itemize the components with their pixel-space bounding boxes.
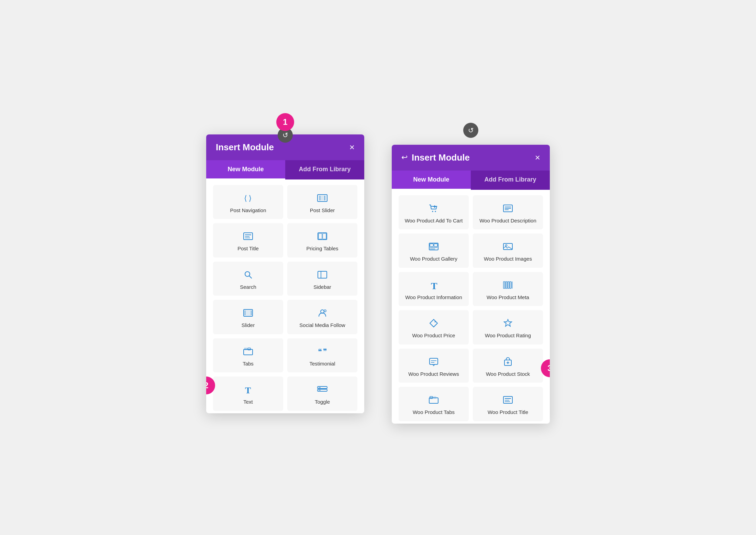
svg-rect-9	[318, 233, 327, 240]
woo-product-stock-icon	[503, 356, 512, 367]
right-modal-title: Insert Module	[412, 152, 470, 163]
svg-rect-62	[430, 358, 438, 364]
right-module-grid: Woo Product Add To Cart Woo Product Desc…	[399, 195, 543, 424]
woo-product-meta-label: Woo Product Meta	[487, 294, 529, 301]
woo-product-description-icon	[503, 203, 513, 214]
woo-product-gallery-label: Woo Product Gallery	[410, 255, 457, 262]
right-tab-new-module[interactable]: New Module	[392, 171, 471, 190]
module-slider[interactable]: Slider	[213, 300, 283, 334]
module-post-slider[interactable]: Post Slider	[287, 185, 357, 219]
tabs-label: Tabs	[243, 360, 254, 367]
svg-rect-56	[505, 282, 507, 288]
module-toggle[interactable]: Toggle	[287, 376, 357, 411]
svg-rect-11	[323, 233, 326, 239]
svg-text:T: T	[431, 281, 437, 290]
woo-product-gallery-icon	[429, 241, 438, 252]
svg-rect-57	[508, 282, 509, 288]
post-slider-label: Post Slider	[310, 207, 335, 214]
svg-marker-61	[504, 319, 512, 326]
social-media-follow-label: Social Media Follow	[299, 322, 345, 329]
back-button[interactable]: ↩	[401, 153, 408, 162]
right-modal-body: Woo Product Add To Cart Woo Product Desc…	[392, 190, 550, 424]
module-post-navigation[interactable]: ⟨⟩ Post Navigation	[213, 185, 283, 219]
svg-point-39	[432, 211, 433, 212]
svg-text:❝: ❝	[318, 347, 322, 356]
module-woo-product-stock[interactable]: Woo Product Stock	[473, 349, 543, 383]
module-tabs[interactable]: Tabs	[213, 338, 283, 373]
svg-rect-49	[434, 244, 437, 247]
svg-rect-70	[433, 396, 436, 398]
left-tab-new-module[interactable]: New Module	[206, 160, 285, 179]
module-woo-product-gallery[interactable]: Woo Product Gallery	[399, 233, 469, 268]
woo-product-title-label: Woo Product Title	[488, 409, 528, 416]
module-testimonial[interactable]: ❝ ❞ Testimonial	[287, 338, 357, 373]
left-tab-library[interactable]: Add From Library	[285, 160, 364, 179]
module-post-title[interactable]: Post Title	[213, 223, 283, 258]
module-woo-product-tabs[interactable]: Woo Product Tabs	[399, 387, 469, 421]
svg-line-13	[249, 276, 252, 278]
pricing-tables-label: Pricing Tables	[306, 245, 338, 252]
woo-product-information-label: Woo Product Information	[405, 294, 462, 301]
module-search[interactable]: Search	[213, 262, 283, 296]
module-woo-product-information[interactable]: T Woo Product Information	[399, 272, 469, 306]
module-text[interactable]: T Text	[213, 376, 283, 411]
svg-text:⟨⟩: ⟨⟩	[243, 194, 253, 203]
svg-point-40	[435, 211, 436, 212]
post-navigation-icon: ⟨⟩	[243, 193, 253, 204]
module-woo-add-to-cart[interactable]: Woo Product Add To Cart	[399, 195, 469, 230]
tabs-icon	[243, 346, 253, 357]
module-pricing-tables[interactable]: Pricing Tables	[287, 223, 357, 258]
testimonial-icon: ❝ ❞	[318, 346, 327, 357]
woo-product-price-label: Woo Product Price	[412, 332, 455, 339]
module-social-media-follow[interactable]: Social Media Follow	[287, 300, 357, 334]
svg-text:T: T	[245, 385, 251, 394]
module-woo-product-meta[interactable]: Woo Product Meta	[473, 272, 543, 306]
post-slider-icon	[317, 193, 327, 204]
right-modal-close[interactable]: ×	[535, 153, 540, 162]
module-woo-product-images[interactable]: Woo Product Images	[473, 233, 543, 268]
right-tab-library[interactable]: Add From Library	[471, 171, 550, 190]
svg-rect-48	[430, 244, 433, 247]
svg-rect-71	[503, 396, 512, 403]
post-title-icon	[243, 231, 253, 242]
module-woo-product-price[interactable]: Woo Product Price	[399, 310, 469, 345]
post-title-label: Post Title	[237, 245, 259, 252]
testimonial-label: Testimonial	[309, 360, 335, 367]
woo-product-images-label: Woo Product Images	[484, 255, 532, 262]
woo-product-rating-icon	[503, 318, 512, 329]
svg-rect-58	[510, 282, 511, 288]
sidebar-icon	[318, 269, 327, 280]
woo-product-price-icon	[429, 318, 438, 329]
module-woo-product-description[interactable]: Woo Product Description	[473, 195, 543, 230]
left-modal-wrapper: 1 ↺ Insert Module × New Module Add From …	[206, 122, 364, 413]
svg-point-21	[324, 310, 326, 312]
left-insert-modal: Insert Module × New Module Add From Libr…	[206, 134, 364, 413]
module-woo-product-rating[interactable]: Woo Product Rating	[473, 310, 543, 345]
svg-rect-55	[503, 282, 505, 288]
clock-icon-2: ↺	[463, 123, 478, 138]
sidebar-label: Sidebar	[313, 284, 331, 291]
woo-product-title-icon	[503, 394, 513, 405]
woo-product-tabs-label: Woo Product Tabs	[413, 409, 455, 416]
woo-product-meta-icon	[503, 280, 513, 291]
woo-product-stock-label: Woo Product Stock	[486, 371, 530, 378]
text-icon: T	[244, 384, 252, 395]
social-media-follow-icon	[318, 307, 327, 318]
woo-add-to-cart-label: Woo Product Add To Cart	[405, 217, 463, 224]
svg-rect-59	[512, 282, 512, 288]
post-navigation-label: Post Navigation	[230, 207, 266, 214]
svg-rect-17	[244, 310, 252, 316]
right-insert-modal: ↩ Insert Module × New Module Add From Li…	[392, 145, 550, 424]
woo-product-tabs-icon	[429, 394, 438, 405]
woo-product-rating-label: Woo Product Rating	[485, 332, 531, 339]
pricing-tables-icon	[318, 231, 327, 242]
left-modal-close[interactable]: ×	[349, 143, 355, 152]
module-woo-product-reviews[interactable]: Woo Product Reviews	[399, 349, 469, 383]
slider-label: Slider	[242, 322, 255, 329]
right-modal-tabs: New Module Add From Library	[392, 171, 550, 190]
module-sidebar[interactable]: Sidebar	[287, 262, 357, 296]
woo-product-information-icon: T	[430, 280, 437, 291]
module-woo-product-title[interactable]: Woo Product Title	[473, 387, 543, 421]
svg-rect-5	[244, 233, 253, 240]
left-modal-body: ⟨⟩ Post Navigation P	[206, 179, 364, 413]
